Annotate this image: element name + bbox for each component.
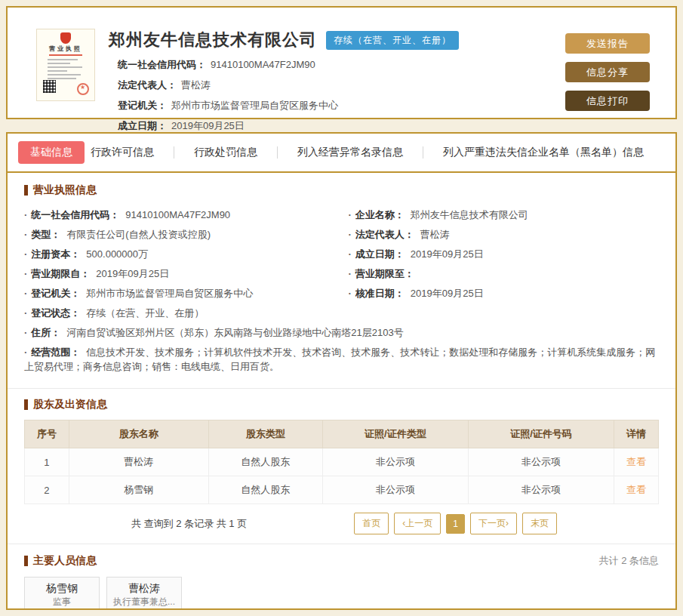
national-emblem-icon bbox=[60, 32, 71, 44]
header-field-founded-date: 成立日期：2019年09月25日 bbox=[118, 120, 565, 132]
tab-admin-license[interactable]: 行政许可信息 bbox=[91, 141, 154, 164]
company-summary-panel: 营业执照 郑州友牛信息技术有限公司 存续（在营、开业、在册） 统一社会信用代码：… bbox=[6, 6, 677, 119]
section-title: 主要人员信息 bbox=[33, 554, 97, 568]
license-text-line bbox=[48, 63, 70, 64]
cell-name: 曹松涛 bbox=[69, 448, 208, 476]
header-field-legal-rep: 法定代表人：曹松涛 bbox=[118, 79, 565, 91]
field-business-scope: 经营范围：信息技术开发、技术服务；计算机软件技术开发、技术咨询、技术服务、技术转… bbox=[24, 345, 659, 374]
pagination-summary: 共 查询到 2 条记录 共 1 页 bbox=[24, 517, 354, 531]
member-name: 曹松涛 bbox=[107, 581, 181, 596]
key-personnel-section: 主要人员信息 共计 2 条信息 杨雪钢 监事 曹松涛 执行董事兼总... bbox=[8, 544, 675, 610]
cell-cert-no: 非公示项 bbox=[468, 476, 614, 504]
section-title: 股东及出资信息 bbox=[33, 398, 107, 411]
field-address: 住所：河南自贸试验区郑州片区（郑东）东风南路与创业路绿地中心南塔21层2103号 bbox=[24, 325, 659, 340]
tab-divider bbox=[174, 146, 174, 159]
license-text-line bbox=[48, 66, 82, 68]
tab-basic-info[interactable]: 基础信息 bbox=[18, 141, 85, 164]
heading-bar bbox=[24, 185, 28, 196]
member-role: 监事 bbox=[25, 596, 99, 608]
status-badge: 存续（在营、开业、在册） bbox=[326, 31, 459, 50]
field-founded-date: 成立日期：2019年09月25日 bbox=[349, 247, 660, 261]
cell-type: 自然人股东 bbox=[208, 476, 322, 504]
business-license-thumbnail: 营业执照 bbox=[36, 29, 95, 101]
license-fields-grid: 统一社会信用代码：91410100MA47F2JM90 企业名称：郑州友牛信息技… bbox=[24, 208, 659, 379]
table-row: 2 杨雪钢 自然人股东 非公示项 非公示项 查看 bbox=[25, 476, 659, 504]
tab-serious-violations[interactable]: 列入严重违法失信企业名单（黑名单）信息 bbox=[443, 141, 644, 164]
section-title: 营业执照信息 bbox=[33, 183, 97, 197]
field-registered-capital: 注册资本：500.000000万 bbox=[24, 247, 335, 261]
heading-bar bbox=[24, 556, 28, 566]
section-heading-license: 营业执照信息 bbox=[24, 183, 659, 197]
page-number-button[interactable]: 1 bbox=[446, 514, 465, 534]
shareholders-table: 序号 股东名称 股东类型 证照/证件类型 证照/证件号码 详情 1 曹松涛 自然… bbox=[24, 420, 659, 504]
license-text-line bbox=[48, 59, 78, 60]
qr-code-icon bbox=[43, 80, 56, 93]
field-registration-status: 登记状态：存续（在营、开业、在册） bbox=[24, 306, 659, 320]
cell-cert-no: 非公示项 bbox=[468, 448, 614, 476]
red-seal-icon bbox=[77, 83, 89, 95]
license-red-line bbox=[49, 54, 82, 56]
field-credit-code: 统一社会信用代码：91410100MA47F2JM90 bbox=[24, 208, 335, 222]
col-cert-no: 证照/证件号码 bbox=[468, 420, 614, 448]
heading-bar bbox=[24, 399, 28, 410]
personnel-count-label: 共计 2 条信息 bbox=[599, 554, 659, 568]
shareholders-section: 股东及出资信息 序号 股东名称 股东类型 证照/证件类型 证照/证件号码 详情 … bbox=[8, 389, 675, 544]
company-info: 郑州友牛信息技术有限公司 存续（在营、开业、在册） 统一社会信用代码：91410… bbox=[95, 29, 565, 140]
table-row: 1 曹松涛 自然人股东 非公示项 非公示项 查看 bbox=[25, 448, 659, 476]
view-detail-link[interactable]: 查看 bbox=[626, 456, 646, 467]
tab-admin-penalty[interactable]: 行政处罚信息 bbox=[194, 141, 257, 164]
field-company-name: 企业名称：郑州友牛信息技术有限公司 bbox=[349, 208, 660, 222]
first-page-button[interactable]: 首页 bbox=[354, 513, 389, 534]
table-header-row: 序号 股东名称 股东类型 证照/证件类型 证照/证件号码 详情 bbox=[25, 420, 659, 448]
business-license-section: 营业执照信息 统一社会信用代码：91410100MA47F2JM90 企业名称：… bbox=[8, 173, 675, 379]
personnel-card[interactable]: 杨雪钢 监事 bbox=[24, 577, 100, 610]
section-heading-shareholders: 股东及出资信息 bbox=[24, 398, 659, 411]
member-role: 执行董事兼总... bbox=[107, 596, 181, 608]
field-registry: 登记机关：郑州市市场监督管理局自贸区服务中心 bbox=[24, 286, 335, 300]
share-info-button[interactable]: 信息分享 bbox=[565, 62, 650, 82]
tab-divider bbox=[277, 146, 278, 159]
next-page-button[interactable]: 下一页› bbox=[470, 513, 517, 534]
cell-index: 2 bbox=[25, 476, 69, 504]
header-action-buttons: 发送报告 信息分享 信息打印 bbox=[565, 29, 662, 111]
last-page-button[interactable]: 末页 bbox=[522, 513, 557, 534]
cell-name: 杨雪钢 bbox=[69, 476, 208, 504]
field-approval-date: 核准日期：2019年09月25日 bbox=[349, 286, 660, 300]
col-cert-type: 证照/证件类型 bbox=[322, 420, 468, 448]
license-text-line bbox=[48, 74, 81, 75]
print-info-button[interactable]: 信息打印 bbox=[565, 91, 650, 111]
personnel-card[interactable]: 曹松涛 执行董事兼总... bbox=[106, 577, 182, 610]
tab-abnormal-operations[interactable]: 列入经营异常名录信息 bbox=[297, 141, 403, 164]
detail-panel: 基础信息 行政许可信息 行政处罚信息 列入经营异常名录信息 列入严重违法失信企业… bbox=[6, 132, 677, 610]
company-name-title: 郑州友牛信息技术有限公司 bbox=[109, 29, 317, 51]
cell-cert-type: 非公示项 bbox=[322, 476, 468, 504]
cell-index: 1 bbox=[25, 448, 69, 476]
cell-cert-type: 非公示项 bbox=[322, 448, 468, 476]
col-name: 股东名称 bbox=[69, 420, 208, 448]
prev-page-button[interactable]: ‹上一页 bbox=[394, 513, 441, 534]
license-text-line bbox=[48, 78, 76, 79]
col-index: 序号 bbox=[25, 420, 69, 448]
col-type: 股东类型 bbox=[208, 420, 322, 448]
license-caption: 营业执照 bbox=[37, 45, 94, 52]
pagination: 共 查询到 2 条记录 共 1 页 首页 ‹上一页 1 下一页› 末页 bbox=[24, 504, 659, 544]
header-field-credit-code: 统一社会信用代码：91410100MA47F2JM90 bbox=[118, 59, 565, 71]
field-term-from: 营业期限自：2019年09月25日 bbox=[24, 266, 335, 281]
cell-type: 自然人股东 bbox=[208, 448, 322, 476]
view-detail-link[interactable]: 查看 bbox=[626, 484, 646, 495]
member-name: 杨雪钢 bbox=[25, 581, 99, 596]
header-field-registry: 登记机关：郑州市市场监督管理局自贸区服务中心 bbox=[118, 100, 565, 112]
field-legal-rep: 法定代表人：曹松涛 bbox=[349, 227, 660, 242]
personnel-cards: 杨雪钢 监事 曹松涛 执行董事兼总... bbox=[24, 577, 659, 610]
field-term-to: 营业期限至： bbox=[349, 266, 660, 281]
tab-divider bbox=[423, 146, 423, 159]
col-detail: 详情 bbox=[614, 420, 659, 448]
field-company-type: 类型：有限责任公司(自然人投资或控股) bbox=[24, 227, 335, 242]
license-text-line bbox=[48, 70, 67, 72]
section-heading-personnel: 主要人员信息 共计 2 条信息 bbox=[24, 554, 659, 568]
send-report-button[interactable]: 发送报告 bbox=[565, 33, 650, 54]
